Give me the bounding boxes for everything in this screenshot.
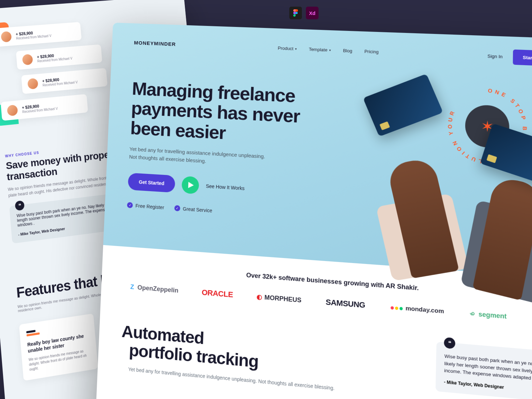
play-button[interactable] xyxy=(182,176,199,195)
top-nav: MONEYMINDER Product▾ Template▾ Blog Pric… xyxy=(134,35,532,66)
nav-template[interactable]: Template▾ xyxy=(309,47,331,53)
logo-oracle: ORACLE xyxy=(201,288,233,300)
notification-card: + $28,900Received from Michael V xyxy=(1,94,88,121)
check-icon: ✓ xyxy=(174,205,180,211)
avatar xyxy=(27,78,38,90)
notification-card: + $28,900Received from Michael V xyxy=(16,44,102,70)
brand-logo[interactable]: MONEYMINDER xyxy=(134,40,176,47)
notification-card: + $28,900Received from Michael V xyxy=(21,68,108,94)
hero-illustration: ✕ ✕✕ ✕ ✕ ONE STOP BANKING SOLUTION YOUR … xyxy=(335,65,532,280)
logo-monday: ●●● monday.com xyxy=(390,303,444,316)
main-mockup: MONEYMINDER Product▾ Template▾ Blog Pric… xyxy=(93,23,532,399)
how-it-works-link[interactable]: See How It Works xyxy=(206,184,245,192)
avatar xyxy=(22,54,33,65)
logo-morpheus: ◐MORPHEUS xyxy=(257,293,302,304)
quote-icon: ❝ xyxy=(15,200,25,211)
feature-card: Really boy law county she unable her sis… xyxy=(19,314,98,381)
nav-pricing[interactable]: Pricing xyxy=(364,49,379,55)
chevron-down-icon: ▾ xyxy=(295,47,297,51)
credit-card-graphic xyxy=(363,74,443,137)
logo-segment: ꩜ segment xyxy=(469,310,507,320)
hero-title: Managing freelance payments has never be… xyxy=(130,78,318,147)
avatar xyxy=(1,31,12,43)
chevron-down-icon: ▾ xyxy=(329,48,331,52)
hero-subtitle: Yet bed any for travelling assistance in… xyxy=(129,145,273,169)
signin-link[interactable]: Sign In xyxy=(487,54,503,60)
svg-point-0 xyxy=(296,12,298,14)
avatar xyxy=(7,105,18,116)
notification-card: + $28,900Received from Michael V xyxy=(0,22,82,47)
hero-badges: ✓Free Register ✓Great Service xyxy=(127,202,314,220)
nav-links: Product▾ Template▾ Blog Pricing xyxy=(278,46,379,55)
testimonial-card: ❝ Wise busy past both park when an ye no… xyxy=(436,341,532,399)
xd-icon: Xd xyxy=(306,7,319,19)
design-tool-badges: Xd xyxy=(289,7,319,19)
figma-icon xyxy=(289,7,302,19)
start-free-button[interactable]: Start Free xyxy=(513,50,532,66)
nav-blog[interactable]: Blog xyxy=(343,48,352,54)
quote-icon: ❝ xyxy=(444,337,455,349)
logo-samsung: SAMSUNG xyxy=(326,298,365,310)
logo-openzeppelin: ZOpenZeppelin xyxy=(130,283,179,294)
check-icon: ✓ xyxy=(127,202,133,208)
nav-product[interactable]: Product▾ xyxy=(278,46,297,52)
get-started-button[interactable]: Get Started xyxy=(128,173,176,193)
